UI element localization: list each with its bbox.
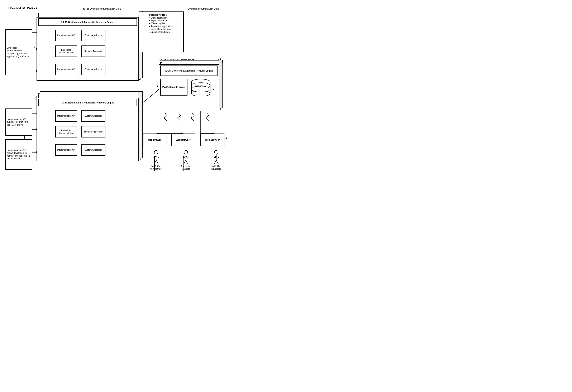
standard-app-2: Standard Application	[81, 126, 105, 137]
instr-api-2-label: Instrumentation API	[57, 68, 75, 71]
diagram: How P.A.M. Works Embedded instrumentatio…	[0, 0, 286, 196]
engine-1-label: P.A.M. Notification & Automatic Recovery…	[61, 21, 114, 24]
step-1: 1	[34, 45, 35, 49]
web-browser-2: Web Browser	[171, 134, 195, 146]
custom-app-3-label: Custom Application	[85, 115, 102, 117]
instr-api-1-label: Instrumentation API	[57, 34, 75, 37]
standard-app-1-label: Standard Application	[84, 50, 103, 53]
console-engine: P.A.M. Monitoring & Automatic Recovery E…	[160, 65, 218, 76]
wb3-label: Web Browser	[205, 138, 220, 141]
svg-line-77	[216, 160, 218, 164]
action-2: • Pager notification	[149, 19, 173, 22]
svg-line-65	[156, 160, 158, 164]
custom-app-2-label: Custom Application	[85, 68, 102, 71]
svg-line-68	[183, 156, 186, 158]
embedded-inst-1: Embedded Instrumentation	[55, 45, 77, 57]
action-3: • Write to log file	[149, 22, 173, 25]
custom-app-4: Custom Application	[81, 144, 105, 156]
custom-app-2: Custom Application	[81, 64, 105, 75]
engine-2: P.A.M. Notification & Automatic Recovery…	[38, 99, 137, 106]
svg-point-66	[184, 151, 188, 154]
web-browser-1: Web Browser	[143, 134, 167, 146]
wb1-label: Web Browser	[148, 138, 162, 141]
possible-actions-title: Possible Actions:	[149, 14, 173, 16]
main-title: How P.A.M. Works	[8, 6, 37, 11]
svg-line-64	[154, 160, 156, 164]
instr-api-4-label: Instrumentation API	[57, 149, 75, 151]
custom-app-3: Custom Application	[81, 110, 105, 122]
step-3a: 3a	[82, 7, 85, 11]
left-box-3: Instrumentation API allows developers to…	[5, 139, 32, 170]
action-4: • Restart the applications	[149, 25, 173, 28]
step-3b: 3b	[218, 57, 221, 61]
embedded-inst-2-label: Embedded Instrumentation	[56, 129, 77, 135]
console-server-box-label: P.A.M. Console Server	[162, 86, 186, 89]
console-server-box: P.A.M. Console Server	[160, 79, 188, 96]
custom-app-1-label: Custom Application	[85, 34, 102, 37]
database-label: Database	[193, 85, 203, 87]
svg-line-75	[216, 156, 219, 158]
svg-line-76	[214, 160, 216, 164]
step-5: 5	[212, 88, 214, 91]
instr-api-3-label: Instrumentation API	[57, 115, 75, 117]
left-box-2: Instrumentation API submits information …	[5, 108, 32, 136]
svg-line-69	[186, 156, 189, 158]
svg-line-71	[186, 160, 188, 164]
instr-api-3: Instrumentation API	[55, 110, 77, 122]
svg-line-70	[184, 160, 186, 164]
step-6: 6	[225, 137, 227, 140]
embedded-inst-1-label: Embedded Instrumentation	[56, 49, 77, 54]
left-box-3-label: Instrumentation API allows developers to…	[7, 149, 31, 160]
svg-line-62	[153, 156, 156, 158]
embedded-inst-2: Embedded Instrumentation	[55, 126, 77, 137]
instr-api-4: Instrumentation API	[55, 144, 77, 156]
step-4: 4	[157, 85, 158, 89]
step-2: 2	[78, 74, 80, 77]
custom-app-1: Custom Application	[81, 30, 105, 41]
left-box-1-label: Embedded instrumentation provided by sta…	[7, 46, 31, 58]
svg-line-63	[156, 156, 159, 158]
left-box-2-label: Instrumentation API submits information …	[7, 118, 31, 126]
user1-label: P.A.M. User Administrator	[148, 165, 164, 170]
custom-app-4-label: Custom Application	[85, 149, 102, 151]
svg-point-60	[154, 151, 158, 154]
left-box-1: Embedded instrumentation provided by sta…	[5, 29, 32, 75]
engine-1: P.A.M. Notification & Automatic Recovery…	[38, 18, 137, 26]
action-1: • Email notification	[149, 16, 173, 19]
user3-label: P.A.M. User Developer	[208, 165, 224, 170]
svg-point-72	[214, 151, 218, 154]
action-5: • Instruct load balance equipment and mo…	[149, 28, 173, 33]
standard-app-2-label: Standard Application	[84, 130, 103, 133]
standard-app-1: Standard Application	[81, 45, 105, 57]
web-browser-3: Web Browser	[200, 134, 224, 146]
user2-label: P.A.M. User IT Manager	[178, 165, 193, 170]
wb2-label: Web Browser	[176, 138, 191, 141]
console-engine-label: P.A.M. Monitoring & Automatic Recovery E…	[165, 69, 213, 72]
evaluate-top-right: Evaluate Instrumentation Data	[188, 7, 219, 10]
instr-api-1: Instrumentation API	[55, 30, 77, 41]
instr-api-2: Instrumentation API	[55, 64, 77, 75]
svg-line-74	[213, 156, 216, 158]
engine-2-label: P.A.M. Notification & Automatic Recovery…	[61, 101, 114, 104]
possible-actions-box: Possible Actions: • Email notification •…	[139, 12, 184, 52]
evaluate-top: 3a Evaluate Instrumentation Data	[87, 7, 121, 10]
